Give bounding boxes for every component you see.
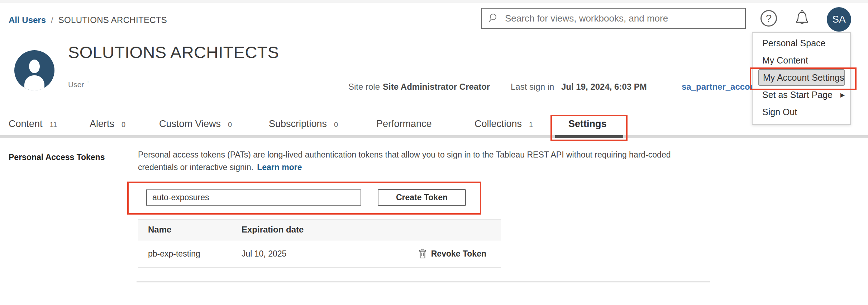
table-row: pb-exp-testing Jul 10, 2025 Revoke Token	[138, 240, 501, 268]
page-title: SOLUTIONS ARCHITECTS	[68, 42, 279, 62]
active-tab-indicator	[555, 135, 623, 138]
token-name-input[interactable]	[146, 189, 361, 206]
menu-item-label: Personal Space	[762, 38, 826, 48]
tableau-user-settings-page: All Users / SOLUTIONS ARCHITECTS ? SA Pe…	[0, 0, 868, 305]
breadcrumb-current: SOLUTIONS ARCHITECTS	[58, 15, 167, 25]
site-role-value: Site Administrator Creator	[383, 82, 490, 92]
breadcrumb-all-users-link[interactable]: All Users	[9, 15, 46, 25]
token-table-header: Name Expiration date	[138, 219, 501, 240]
last-sign-in-value: Jul 19, 2024, 6:03 PM	[561, 82, 647, 92]
menu-item-label: Set as Start Page	[762, 90, 833, 100]
trash-icon	[418, 249, 427, 259]
help-glyph: ?	[766, 13, 772, 24]
breadcrumb-separator: /	[51, 15, 53, 25]
tab-content[interactable]: Content11	[9, 118, 57, 130]
tab-underline-track	[0, 135, 868, 138]
top-strip	[0, 0, 868, 3]
menu-item-my-content[interactable]: My Content	[753, 52, 850, 69]
tab-collections[interactable]: Collections1	[474, 118, 533, 130]
tab-subscriptions[interactable]: Subscriptions0	[269, 118, 338, 130]
revoke-token-label: Revoke Token	[431, 249, 486, 259]
revoke-token-button[interactable]: Revoke Token	[418, 249, 486, 259]
profile-avatar	[14, 50, 54, 90]
profile-type-suffix: '	[87, 80, 89, 86]
search-box[interactable]	[481, 8, 746, 29]
last-sign-in-label: Last sign in	[511, 82, 554, 92]
pat-description-line2: credentials or interactive signin.Learn …	[138, 161, 671, 174]
section-divider	[137, 281, 710, 282]
tab-custom-views[interactable]: Custom Views0	[159, 118, 232, 130]
tab-settings[interactable]: Settings	[568, 118, 607, 130]
notifications-bell-icon[interactable]	[793, 9, 811, 28]
create-token-button[interactable]: Create Token	[378, 189, 466, 206]
username-link[interactable]: sa_partner_accou	[682, 82, 755, 92]
menu-item-personal-space[interactable]: Personal Space	[753, 34, 850, 52]
breadcrumb: All Users / SOLUTIONS ARCHITECTS	[9, 15, 167, 25]
avatar-initials: SA	[832, 14, 845, 25]
tab-count: 1	[529, 121, 533, 128]
submenu-arrow-icon: ▶	[840, 92, 845, 98]
account-avatar[interactable]: SA	[827, 7, 851, 32]
help-icon[interactable]: ?	[760, 10, 777, 27]
menu-item-sign-out[interactable]: Sign Out	[753, 103, 850, 121]
tab-count: 0	[228, 121, 232, 128]
person-icon	[29, 60, 40, 73]
column-header-name: Name	[138, 225, 242, 235]
menu-item-my-account-settings[interactable]: My Account Settings	[758, 69, 845, 86]
pat-description-line1: Personal access tokens (PATs) are long-l…	[138, 149, 671, 161]
menu-item-set-as-start-page[interactable]: Set as Start Page ▶	[753, 86, 850, 103]
tab-count: 0	[121, 121, 125, 128]
tab-alerts[interactable]: Alerts0	[90, 118, 125, 130]
account-menu: Personal Space My Content My Account Set…	[752, 32, 851, 125]
search-input[interactable]	[505, 13, 739, 24]
pat-description: Personal access tokens (PATs) are long-l…	[138, 149, 671, 174]
search-icon	[488, 13, 499, 24]
menu-item-label: Sign Out	[762, 107, 797, 117]
site-role-label: Site role	[348, 82, 380, 92]
profile-type-label: User'	[68, 80, 89, 89]
pat-section-heading: Personal Access Tokens	[9, 152, 105, 162]
tab-performance[interactable]: Performance	[376, 118, 432, 130]
menu-item-label: My Content	[762, 55, 808, 66]
learn-more-link[interactable]: Learn more	[257, 163, 302, 172]
tab-count: 0	[334, 121, 338, 128]
token-name-cell: pb-exp-testing	[138, 249, 242, 259]
tab-count: 11	[50, 121, 57, 128]
column-header-expiration: Expiration date	[242, 225, 304, 235]
token-expiration-cell: Jul 10, 2025	[242, 249, 286, 259]
token-table: Name Expiration date pb-exp-testing Jul …	[138, 219, 501, 268]
menu-item-label: My Account Settings	[763, 72, 844, 83]
